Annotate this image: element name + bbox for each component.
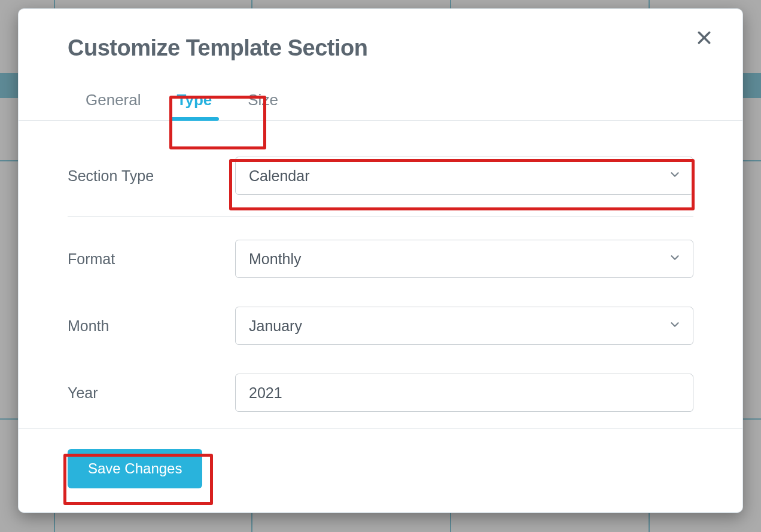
tab-general[interactable]: General (68, 82, 159, 120)
month-select[interactable]: January (235, 307, 693, 345)
section-type-control: Calendar (235, 157, 693, 195)
month-label: Month (68, 317, 235, 335)
save-button[interactable]: Save Changes (68, 449, 202, 488)
modal-body: Section Type Calendar Format Monthly (19, 121, 742, 428)
tab-type[interactable]: Type (159, 82, 230, 120)
year-row: Year (68, 359, 693, 426)
month-row: Month January (68, 292, 693, 359)
tab-label: Type (177, 91, 212, 109)
year-label: Year (68, 384, 235, 402)
section-type-select[interactable]: Calendar (235, 157, 693, 195)
section-type-value: Calendar (249, 167, 309, 185)
format-select[interactable]: Monthly (235, 240, 693, 278)
tab-label: General (86, 91, 141, 109)
save-button-label: Save Changes (88, 460, 182, 477)
modal-footer: Save Changes (19, 428, 742, 512)
section-type-label: Section Type (68, 167, 235, 185)
close-icon (695, 29, 713, 49)
format-control: Monthly (235, 240, 693, 278)
month-value: January (249, 317, 302, 335)
customize-template-modal: Customize Template Section General Type … (18, 8, 743, 513)
section-type-row: Section Type Calendar (68, 142, 693, 209)
close-button[interactable] (691, 26, 717, 52)
format-label: Format (68, 250, 235, 268)
year-control (235, 374, 693, 412)
tab-label: Size (248, 91, 278, 109)
month-control: January (235, 307, 693, 345)
tab-size[interactable]: Size (230, 82, 296, 120)
modal-header: Customize Template Section (19, 9, 742, 61)
modal-tabs: General Type Size (19, 82, 742, 121)
year-input[interactable] (235, 374, 693, 412)
modal-title: Customize Template Section (68, 35, 693, 61)
format-value: Monthly (249, 250, 302, 268)
divider (68, 216, 693, 217)
format-row: Format Monthly (68, 225, 693, 292)
